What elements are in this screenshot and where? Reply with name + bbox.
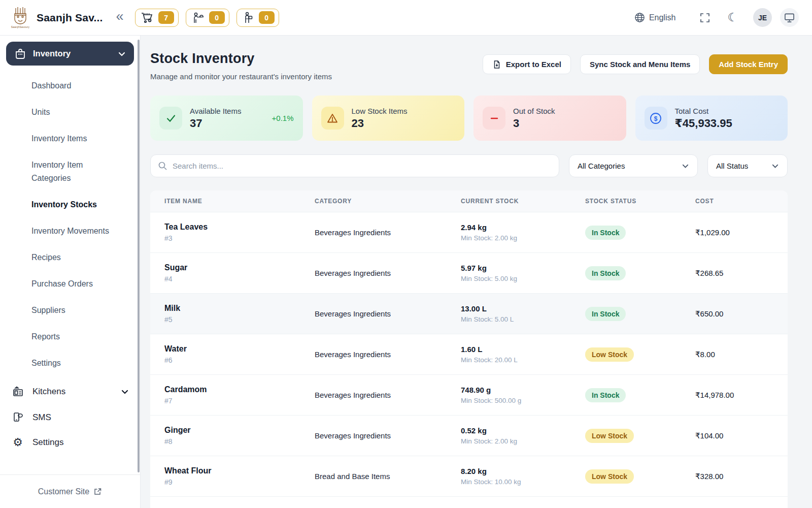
table-row[interactable]: Water #6 Beverages Ingredients 1.60 L Mi… [150,334,788,375]
stat-value: 23 [352,117,408,130]
min-stock: Min Stock: 500.00 g [461,397,585,404]
item-id: #7 [164,397,315,405]
sidebar-item-units[interactable]: Units [31,99,123,125]
item-id: #3 [164,234,315,242]
stat-label: Available Items [190,107,241,115]
item-cost: ₹8.00 [695,350,788,359]
kitchen-icon [11,385,24,398]
table-row[interactable]: Milk #5 Beverages Ingredients 13.00 L Mi… [150,294,788,334]
min-stock: Min Stock: 5.00 kg [461,275,585,282]
table-row[interactable]: Ginger #8 Beverages Ingredients 0.52 kg … [150,416,788,456]
table-body: Tea Leaves #3 Beverages Ingredients 2.94… [150,212,788,497]
minus-icon [483,107,505,130]
table-row[interactable]: Cardamom #7 Beverages Ingredients 748.90… [150,375,788,416]
column-header-category[interactable]: CATEGORY [315,198,461,205]
sidebar-subitem-label: Recipes [31,253,61,262]
item-name: Milk [164,304,315,313]
item-name: Water [164,344,315,354]
column-header-current-stock[interactable]: CURRENT STOCK [461,198,585,205]
sync-stock-button[interactable]: Sync Stock and Menu Items [580,54,700,74]
min-stock: Min Stock: 2.00 kg [461,437,585,445]
brand-logo-caption: SaanjhSavoury [11,25,30,28]
sidebar-footer: Customer Site [0,474,140,508]
check-icon [159,107,182,130]
item-cost: ₹650.00 [695,309,788,319]
sidebar-item-inventory-item-categories[interactable]: Inventory Item Categories [31,152,123,192]
sidebar-scrollbar[interactable] [138,40,140,472]
min-stock: Min Stock: 2.00 kg [461,234,585,242]
sidebar-item-kitchens[interactable]: Kitchens [6,378,134,404]
table-next-row-partial [150,497,788,508]
delivery-counter-button[interactable]: 0 [236,9,279,27]
language-selector[interactable]: English [634,12,675,23]
add-stock-entry-button[interactable]: Add Stock Entry [709,54,788,74]
inventory-submenu: Dashboard Units Inventory Items Inventor… [6,66,134,378]
item-id: #9 [164,478,315,486]
table-row[interactable]: Sugar #4 Beverages Ingredients 5.97 kg M… [150,253,788,294]
chevron-down-icon [118,50,126,58]
current-stock: 1.60 L [461,345,585,354]
export-button-label: Export to Excel [506,60,561,69]
sidebar-subitem-label: Suppliers [31,306,65,314]
search-input[interactable] [173,162,552,170]
add-button-label: Add Stock Entry [719,60,778,69]
external-link-icon [93,487,102,496]
column-header-cost[interactable]: COST [695,198,788,205]
sidebar-item-label: Settings [32,437,63,448]
column-header-item-name[interactable]: ITEM NAME [150,198,315,205]
sidebar-item-settings[interactable]: ⚙ Settings [6,430,134,455]
sidebar-item-inventory-movements[interactable]: Inventory Movements [31,218,123,244]
item-cost: ₹328.00 [695,472,788,481]
waiter-counter-button[interactable]: 0 [186,9,229,27]
display-mode-icon[interactable] [780,8,799,27]
sidebar-scroll-area: Inventory Dashboard Units Inventory Item… [0,36,140,469]
status-badge: In Stock [585,388,626,402]
stat-card-available-items: Available Items 37 +0.1% [150,96,303,141]
sms-icon [11,411,24,424]
svg-text:$: $ [654,115,658,122]
item-category: Beverages Ingredients [315,350,461,359]
status-filter-dropdown[interactable]: All Status [707,154,788,177]
fullscreen-icon[interactable] [700,13,710,23]
category-filter-dropdown[interactable]: All Categories [569,154,698,177]
item-name: Ginger [164,426,315,435]
column-header-stock-status[interactable]: STOCK STATUS [585,198,695,205]
sidebar-item-dashboard[interactable]: Dashboard [31,73,123,99]
sidebar-group-inventory[interactable]: Inventory [6,42,134,66]
export-file-icon [492,60,501,69]
sidebar-item-recipes[interactable]: Recipes [31,244,123,271]
topbar-right: English ☾ JE [634,8,799,27]
sidebar-collapse-button[interactable]: « [116,10,124,25]
sidebar-item-sms[interactable]: SMS [6,404,134,430]
warning-icon [321,107,344,130]
item-category: Beverages Ingredients [315,309,461,318]
min-stock: Min Stock: 10.00 kg [461,478,585,486]
stat-value: 37 [190,117,241,130]
sidebar-subitem-label: Units [31,108,50,116]
sidebar-item-inventory-stocks[interactable]: Inventory Stocks [31,192,123,218]
cart-counter-button[interactable]: 7 [135,9,179,27]
sidebar-group-label: Inventory [33,49,71,58]
status-badge: Low Stock [585,469,634,484]
avatar[interactable]: JE [753,8,772,27]
table-row[interactable]: Tea Leaves #3 Beverages Ingredients 2.94… [150,212,788,253]
search-box [150,154,559,177]
customer-site-label: Customer Site [38,487,89,496]
dark-mode-moon-icon[interactable]: ☾ [727,11,738,24]
chevron-down-icon [682,162,689,170]
sidebar-item-inventory-items[interactable]: Inventory Items [31,125,123,152]
sidebar-item-purchase-orders[interactable]: Purchase Orders [31,271,123,297]
customer-site-link[interactable]: Customer Site [38,487,102,496]
sidebar-item-reports[interactable]: Reports [31,324,123,350]
sidebar-item-settings[interactable]: Settings [31,350,123,376]
export-to-excel-button[interactable]: Export to Excel [483,54,571,74]
sidebar-item-suppliers[interactable]: Suppliers [31,297,123,324]
current-stock: 8.20 kg [461,467,585,475]
stat-card-total-cost: $ Total Cost ₹45,933.95 [635,96,788,141]
min-stock: Min Stock: 5.00 L [461,315,585,323]
status-badge: In Stock [585,226,626,240]
topbar-counters: 7 0 [135,9,279,27]
status-badge: Low Stock [585,429,634,443]
sidebar-subitem-label: Dashboard [31,81,71,90]
table-row[interactable]: Wheat Flour #9 Bread and Base Items 8.20… [150,456,788,497]
